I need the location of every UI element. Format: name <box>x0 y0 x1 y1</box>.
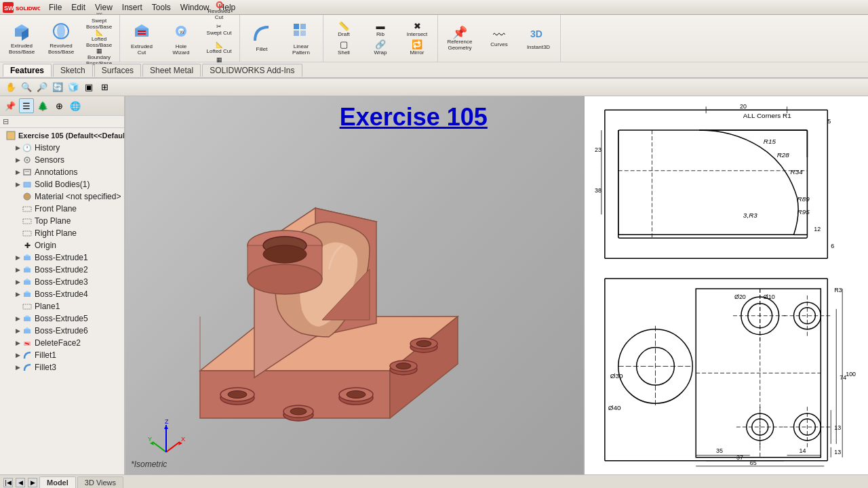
viewport[interactable]: Exercise 105 <box>125 96 583 474</box>
be6-expander[interactable]: ▶ <box>14 325 22 336</box>
shell-button[interactable]: ▢ Shell <box>326 39 361 56</box>
tree-boss-extrude4[interactable]: ▶ Boss-Extrude4 <box>0 288 124 300</box>
tree-boss-extrude5[interactable]: ▶ Boss-Extrude5 <box>0 312 124 325</box>
tab-sheet-metal[interactable]: Sheet Metal <box>142 64 201 77</box>
be5-expander[interactable]: ▶ <box>14 313 22 324</box>
f1-expander[interactable]: ▶ <box>14 350 22 361</box>
view-options-button[interactable]: ⊞ <box>98 81 111 94</box>
tab-features[interactable]: Features <box>3 64 52 77</box>
svg-text:100: 100 <box>846 371 856 378</box>
be2-expander[interactable]: ▶ <box>14 264 22 275</box>
reference-geometry-button[interactable]: 📌 ReferenceGeometry <box>441 19 479 58</box>
tree-front-plane[interactable]: Front Plane <box>0 203 124 215</box>
rib-button[interactable]: ▬ Rib <box>363 20 398 38</box>
ft-pin-button[interactable]: 📌 <box>3 98 18 113</box>
nav-next[interactable]: ▶ <box>28 478 37 487</box>
linear-pattern-button[interactable]: LinearPattern <box>282 19 320 58</box>
svg-text:5: 5 <box>827 118 831 125</box>
extruded-boss-button[interactable]: ExtrudedBoss/Base <box>3 19 41 58</box>
tree-boss-extrude3[interactable]: ▶ Boss-Extrude3 <box>0 276 124 288</box>
svg-text:14: 14 <box>799 447 806 454</box>
tree-plane1[interactable]: Plane1 <box>0 300 124 312</box>
svg-rect-29 <box>23 231 31 236</box>
f3-expander[interactable]: ▶ <box>14 362 22 373</box>
tree-boss-extrude2[interactable]: ▶ Boss-Extrude2 <box>0 264 124 276</box>
menu-insert[interactable]: Insert <box>118 1 146 14</box>
tree-deleteface2[interactable]: ▶ DeleteFace2 <box>0 337 124 349</box>
tree-boss-extrude6[interactable]: ▶ Boss-Extrude6 <box>0 325 124 337</box>
instant3d-button[interactable]: 3D Instant3D <box>519 19 557 58</box>
be3-expander[interactable]: ▶ <box>14 277 22 287</box>
solid-bodies-expander[interactable]: ▶ <box>14 179 22 190</box>
wrap-button[interactable]: 🔗 Wrap <box>363 39 398 56</box>
zoom-to-fit-button[interactable]: 🔍 <box>20 81 33 94</box>
hole-wizard-button[interactable]: W HoleWizard <box>162 19 200 58</box>
bottom-tabs: |◀ ◀ ▶ Model 3D Views <box>0 474 868 488</box>
view-3d-button[interactable]: 🧊 <box>66 81 80 94</box>
menu-tools[interactable]: Tools <box>148 1 175 14</box>
sensors-expander[interactable]: ▶ <box>14 155 22 165</box>
lofted-cut-button[interactable]: 📐 Lofted Cut <box>201 39 237 56</box>
mirror-button[interactable]: 🔁 Mirror <box>399 39 435 56</box>
fillet-button[interactable]: Fillet <box>243 19 281 58</box>
swept-boss-button[interactable]: 〰 Swept Boss/Base <box>81 12 117 29</box>
material-expander-empty <box>14 191 22 202</box>
draft-button[interactable]: 📏 Draft <box>326 20 361 38</box>
df2-expander[interactable]: ▶ <box>14 338 22 348</box>
tree-right-plane[interactable]: Right Plane <box>0 227 124 239</box>
tree-solid-bodies[interactable]: ▶ Solid Bodies(1) <box>0 178 124 190</box>
tree-origin-label: Origin <box>35 241 56 250</box>
zoom-in-button[interactable]: 🔎 <box>35 81 49 94</box>
rotate-button[interactable]: 🔄 <box>51 81 64 94</box>
ft-search-button[interactable]: ⊕ <box>52 98 66 113</box>
menubar: SW SOLIDWORKS File Edit View Insert Tool… <box>0 0 868 15</box>
tree-history[interactable]: ▶ 🕐 History <box>0 142 124 154</box>
tree-material[interactable]: Material <not specified> <box>0 190 124 203</box>
tab-addins[interactable]: SOLIDWORKS Add-Ins <box>202 64 302 77</box>
tree-deleteface2-label: DeleteFace2 <box>35 338 81 348</box>
feature-tree[interactable]: Exercise 105 (Default<<Default ▶ 🕐 Histo… <box>0 128 124 474</box>
tree-origin[interactable]: ✚ Origin <box>0 239 124 251</box>
tree-boss-extrude1[interactable]: ▶ Boss-Extrude1 <box>0 251 124 264</box>
ft-list-button[interactable]: ☰ <box>19 98 34 113</box>
tree-fillet1[interactable]: ▶ Fillet1 <box>0 349 124 361</box>
svg-rect-36 <box>24 293 31 297</box>
main-area: 📌 ☰ 🌲 ⊕ 🌐 ⊟ Exercise 105 (Default<<Defau… <box>0 96 868 474</box>
tree-sensors[interactable]: ▶ Sensors <box>0 154 124 166</box>
tree-history-label: History <box>35 143 60 152</box>
svg-point-62 <box>347 391 366 399</box>
history-expander[interactable]: ▶ <box>14 142 22 153</box>
annotations-expander[interactable]: ▶ <box>14 167 22 178</box>
tab-model[interactable]: Model <box>39 476 76 488</box>
svg-line-73 <box>166 442 180 452</box>
extruded-cut-label: ExtrudedCut <box>131 43 153 56</box>
isometric-label: *Isometric <box>131 460 167 469</box>
swept-boss-icon: 〰 <box>96 11 102 18</box>
intersect-button[interactable]: ✖ Intersect <box>399 20 435 38</box>
tree-annotations[interactable]: ▶ Annotations <box>0 166 124 178</box>
nav-prev[interactable]: ◀ <box>16 478 25 487</box>
quick-access-toolbar: ✋ 🔍 🔎 🔄 🧊 ▣ ⊞ <box>0 79 868 96</box>
ft-tree-button[interactable]: 🌲 <box>35 98 50 113</box>
lofted-boss-button[interactable]: 📐 Lofted Boss/Base <box>81 30 117 47</box>
nav-first[interactable]: |◀ <box>3 478 13 487</box>
be4-expander[interactable]: ▶ <box>14 289 22 300</box>
tab-3d-views[interactable]: 3D Views <box>77 476 123 488</box>
revolved-cut-button[interactable]: ⭕ Revolved Cut <box>201 2 237 20</box>
tab-surfaces[interactable]: Surfaces <box>94 64 141 77</box>
ft-globe-button[interactable]: 🌐 <box>68 98 83 113</box>
tree-fillet3[interactable]: ▶ Fillet3 <box>0 361 124 373</box>
pan-button[interactable]: ✋ <box>4 81 18 94</box>
display-style-button[interactable]: ▣ <box>82 81 96 94</box>
revolved-boss-button[interactable]: RevolvedBoss/Base <box>42 19 80 58</box>
curves-button[interactable]: 〰 Curves <box>480 19 518 58</box>
extruded-cut-button[interactable]: ExtrudedCut <box>123 19 161 58</box>
swept-cut-button[interactable]: ✂ Swept Cut <box>201 20 237 38</box>
tab-sketch[interactable]: Sketch <box>53 64 93 77</box>
be1-expander[interactable]: ▶ <box>14 252 22 263</box>
tree-top-plane[interactable]: Top Plane <box>0 215 124 227</box>
menu-file[interactable]: File <box>45 1 66 14</box>
svg-text:SOLIDWORKS: SOLIDWORKS <box>16 5 40 12</box>
solid-bodies-icon <box>22 179 33 190</box>
tree-root[interactable]: Exercise 105 (Default<<Default <box>0 129 124 142</box>
